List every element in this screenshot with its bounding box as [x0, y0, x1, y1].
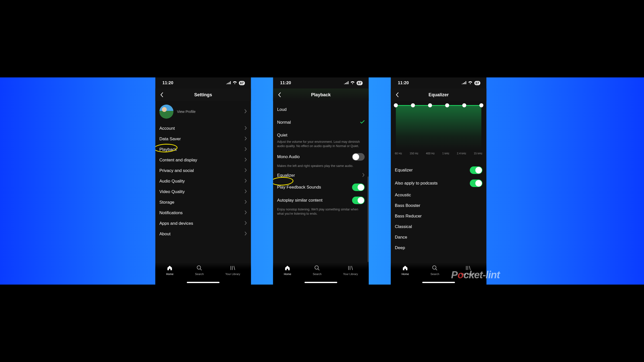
playback-content: Loud Normal Quiet Adjust the volume for …	[273, 101, 369, 262]
svg-point-2	[433, 266, 436, 269]
feedback-sounds-row[interactable]: Play Feedback Sounds	[277, 181, 365, 194]
equalizer-switch-row[interactable]: Equalizer	[394, 159, 483, 177]
setting-label: Equalizer	[395, 168, 413, 173]
settings-item-content[interactable]: Content and display	[159, 155, 248, 165]
option-label: Quiet	[277, 133, 288, 138]
volume-option-normal[interactable]: Normal	[277, 115, 365, 130]
settings-item-playback[interactable]: Playback	[159, 144, 248, 155]
settings-item-videoquality[interactable]: Video Quality	[159, 187, 248, 197]
tab-search[interactable]: Search	[430, 265, 439, 276]
autoplay-row[interactable]: Autoplay similar content	[277, 194, 365, 207]
settings-item-label: Content and display	[159, 158, 197, 163]
preset-dance[interactable]: Dance	[394, 232, 483, 243]
signal-icon	[226, 80, 231, 85]
tab-bar: Home Search Your Library	[273, 262, 369, 285]
svg-point-0	[197, 266, 201, 269]
library-icon	[230, 265, 236, 272]
tab-bar: Home Search Your Library	[155, 262, 251, 285]
tab-library[interactable]: Your Library	[225, 265, 240, 276]
tab-label: Home	[401, 273, 409, 276]
settings-item-storage[interactable]: Storage	[159, 197, 248, 208]
profile-row[interactable]: View Profile	[159, 101, 248, 123]
tab-search[interactable]: Search	[313, 265, 321, 276]
battery-indicator: 67	[239, 81, 245, 85]
equalizer-handle-15khz[interactable]	[479, 103, 484, 107]
chevron-right-icon	[245, 200, 247, 205]
status-time: 11:20	[163, 80, 173, 85]
settings-item-audioquality[interactable]: Audio Quality	[159, 176, 248, 187]
preset-label: Classical	[395, 224, 412, 229]
phone-equalizer: 11:20 67 Equalizer	[391, 77, 487, 285]
status-time: 11:20	[398, 80, 409, 85]
status-bar: 11:20 67	[391, 77, 487, 88]
band-label: 2.4 kHz	[457, 152, 466, 155]
mono-audio-row[interactable]: Mono Audio	[277, 150, 365, 163]
tab-home[interactable]: Home	[166, 265, 173, 276]
preset-acoustic[interactable]: Acoustic	[394, 190, 483, 200]
search-icon	[432, 265, 438, 272]
scrollbar[interactable]	[368, 176, 369, 262]
preset-label: Bass Booster	[395, 203, 420, 208]
back-button[interactable]	[158, 91, 166, 98]
option-label: Normal	[277, 120, 291, 125]
band-label: 60 Hz	[395, 152, 402, 155]
autoplay-toggle[interactable]	[352, 197, 365, 204]
equalizer-graph-area: 60 Hz 150 Hz 400 Hz 1 kHz 2.4 kHz 15 kHz	[394, 101, 483, 159]
tab-search[interactable]: Search	[195, 265, 204, 276]
feedback-sounds-toggle[interactable]	[352, 184, 365, 191]
band-label: 400 Hz	[426, 152, 435, 155]
nav-header: Equalizer	[391, 88, 487, 101]
equalizer-handle-150hz[interactable]	[411, 103, 415, 107]
equalizer-graph[interactable]	[396, 105, 481, 150]
band-label: 15 kHz	[474, 152, 482, 155]
preset-bass-booster[interactable]: Bass Booster	[394, 200, 483, 211]
tab-home[interactable]: Home	[284, 265, 291, 276]
status-indicators: 67	[462, 80, 480, 85]
preset-bass-reducer[interactable]: Bass Reducer	[394, 211, 483, 221]
tab-library[interactable]: Your Library	[461, 265, 476, 276]
settings-item-datasaver[interactable]: Data Saver	[159, 134, 248, 144]
settings-item-privacy[interactable]: Privacy and social	[159, 165, 248, 176]
settings-item-label: Data Saver	[159, 137, 181, 142]
settings-item-about[interactable]: About	[159, 229, 248, 239]
equalizer-line	[396, 105, 481, 106]
settings-item-notifications[interactable]: Notifications	[159, 208, 248, 218]
volume-option-loud[interactable]: Loud	[277, 101, 365, 115]
podcast-switch-row[interactable]: Also apply to podcasts	[394, 177, 483, 190]
equalizer-toggle[interactable]	[470, 166, 482, 174]
tab-library[interactable]: Your Library	[343, 265, 358, 276]
chevron-right-icon	[245, 179, 247, 184]
status-bar: 11:20 67	[155, 77, 251, 88]
autoplay-description: Enjoy nonstop listening. We'll play some…	[277, 207, 365, 218]
volume-option-quiet[interactable]: Quiet	[277, 130, 365, 139]
preset-label: Deep	[395, 245, 405, 250]
letterbox-bottom	[0, 285, 644, 362]
equalizer-handle-400hz[interactable]	[428, 103, 432, 107]
back-button[interactable]	[276, 91, 283, 98]
phone-settings: 11:20 67 Settings View Profile Account D…	[155, 77, 251, 285]
chevron-right-icon	[245, 158, 247, 163]
mono-audio-toggle[interactable]	[352, 153, 365, 161]
band-label: 150 Hz	[410, 152, 418, 155]
equalizer-row[interactable]: Equalizer	[277, 170, 365, 181]
settings-item-apps[interactable]: Apps and devices	[159, 218, 248, 229]
preset-classical[interactable]: Classical	[394, 221, 483, 232]
tab-home[interactable]: Home	[401, 265, 409, 276]
settings-content: View Profile Account Data Saver Playback…	[155, 101, 251, 262]
back-button[interactable]	[394, 91, 401, 98]
tab-label: Search	[195, 273, 204, 276]
status-time: 11:20	[280, 80, 291, 85]
equalizer-handle-60hz[interactable]	[394, 103, 398, 107]
chevron-right-icon	[245, 232, 247, 237]
wifi-icon	[350, 80, 355, 85]
equalizer-handle-2-4khz[interactable]	[462, 103, 466, 107]
letterbox-top	[0, 0, 644, 77]
settings-item-label: Account	[159, 126, 175, 131]
search-icon	[196, 265, 203, 272]
settings-item-account[interactable]: Account	[159, 123, 248, 134]
preset-deep[interactable]: Deep	[394, 243, 483, 253]
equalizer-handle-1khz[interactable]	[445, 103, 449, 107]
tab-label: Your Library	[343, 273, 358, 276]
svg-point-1	[315, 266, 318, 269]
podcast-toggle[interactable]	[470, 179, 482, 187]
